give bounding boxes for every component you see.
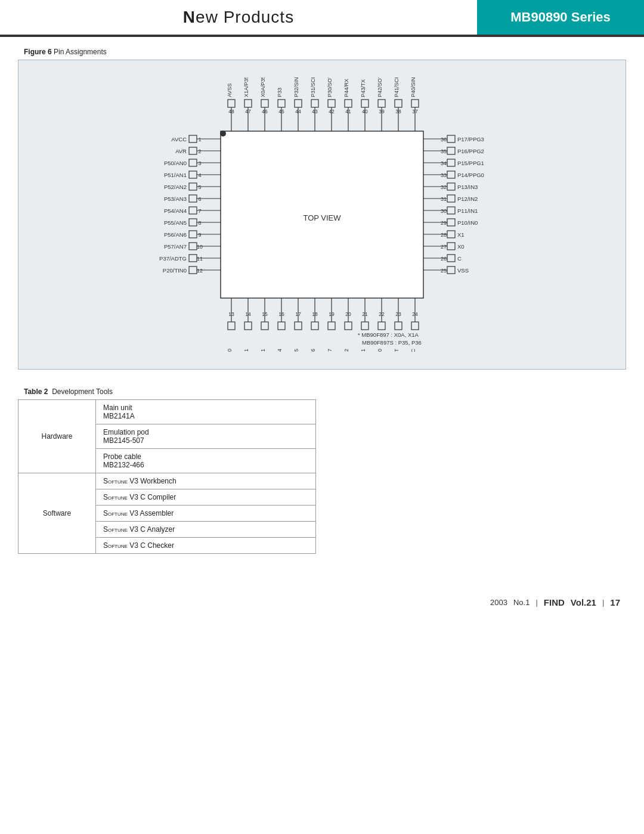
svg-text:9: 9 <box>198 232 201 238</box>
svg-text:P52/AN2: P52/AN2 <box>164 184 187 190</box>
svg-text:36: 36 <box>441 137 447 142</box>
svg-text:46: 46 <box>262 108 268 114</box>
svg-text:18: 18 <box>312 311 318 317</box>
svg-rect-40 <box>189 243 197 250</box>
svg-text:26: 26 <box>441 256 447 262</box>
svg-text:23: 23 <box>395 311 401 317</box>
hw-item3-line1: Probe cable <box>103 452 308 461</box>
svg-text:P51/AN1: P51/AN1 <box>164 172 187 178</box>
svg-text:39: 39 <box>379 108 385 114</box>
svg-rect-112 <box>278 100 285 107</box>
svg-text:MD0: MD0 <box>377 349 383 352</box>
svg-text:P42/SOT1: P42/SOT1 <box>377 77 383 97</box>
svg-rect-24 <box>189 195 197 202</box>
svg-rect-12 <box>189 159 197 166</box>
svg-text:29: 29 <box>441 220 447 226</box>
svg-rect-156 <box>261 322 268 330</box>
svg-text:MB90F897S : P35,  P36: MB90F897S : P35, P36 <box>362 339 422 346</box>
sw-item-5: Softune V3 C Checker <box>96 538 316 554</box>
hardware-category: Hardware <box>18 400 96 473</box>
svg-text:TOP VIEW: TOP VIEW <box>303 213 341 222</box>
svg-text:25: 25 <box>441 268 447 274</box>
svg-rect-192 <box>411 322 419 330</box>
hw-item3-line2: MB2132-466 <box>103 461 308 469</box>
table-row: Hardware Main unit MB2141A <box>18 400 316 424</box>
svg-rect-188 <box>395 322 402 330</box>
table-row: Software Softune V3 Workbench <box>18 473 316 489</box>
svg-text:X1A/P35*: X1A/P35* <box>243 77 249 97</box>
svg-text:37: 37 <box>412 108 418 114</box>
svg-text:P27/INT7: P27/INT7 <box>327 349 333 352</box>
svg-rect-80 <box>447 219 455 226</box>
svg-rect-172 <box>328 322 335 330</box>
svg-text:P10/IN0: P10/IN0 <box>457 219 478 226</box>
svg-text:P22/TIN1: P22/TIN1 <box>243 349 249 352</box>
svg-text:16: 16 <box>278 311 284 317</box>
svg-text:P13/IN3: P13/IN3 <box>457 184 478 190</box>
svg-rect-104 <box>244 100 252 107</box>
svg-rect-4 <box>189 135 197 142</box>
svg-text:P21/TOT0: P21/TOT0 <box>227 349 233 352</box>
svg-text:5: 5 <box>198 184 201 190</box>
svg-text:P53/AN3: P53/AN3 <box>164 196 187 202</box>
svg-text:P43/TX: P43/TX <box>360 79 366 97</box>
svg-rect-176 <box>345 322 352 330</box>
svg-text:MD2: MD2 <box>343 349 349 352</box>
svg-text:41: 41 <box>345 108 351 114</box>
svg-text:42: 42 <box>329 108 335 114</box>
hardware-item-2: Emulation pod MB2145-507 <box>96 424 316 449</box>
svg-text:P32/SIN0: P32/SIN0 <box>293 77 299 97</box>
svg-text:P54/AN4: P54/AN4 <box>164 207 187 214</box>
svg-text:7: 7 <box>198 208 201 214</box>
svg-rect-52 <box>447 135 455 142</box>
svg-text:3: 3 <box>198 160 201 166</box>
svg-rect-160 <box>278 322 285 330</box>
svg-text:17: 17 <box>295 311 301 317</box>
svg-rect-148 <box>228 322 235 330</box>
svg-rect-88 <box>447 243 455 250</box>
header-series: MB90890 Series <box>477 0 644 35</box>
svg-text:12: 12 <box>197 268 203 274</box>
svg-rect-28 <box>189 207 197 214</box>
svg-text:X0: X0 <box>457 243 465 250</box>
svg-text:47: 47 <box>245 108 251 114</box>
svg-rect-184 <box>378 322 385 330</box>
svg-rect-116 <box>295 100 302 107</box>
svg-rect-136 <box>378 100 385 107</box>
svg-text:10: 10 <box>197 244 203 250</box>
footer-year: 2003 <box>490 598 507 607</box>
svg-text:30: 30 <box>441 208 447 214</box>
svg-text:13: 13 <box>228 311 234 317</box>
svg-text:P17/PPG3: P17/PPG3 <box>457 136 484 142</box>
svg-rect-120 <box>311 100 318 107</box>
svg-text:P37/ADTG: P37/ADTG <box>159 255 187 262</box>
svg-text:P23/TOT1: P23/TOT1 <box>260 349 266 352</box>
hw-item2-line1: Emulation pod <box>103 428 308 436</box>
svg-text:31: 31 <box>441 196 447 202</box>
svg-text:VSS: VSS <box>457 267 469 274</box>
svg-text:1: 1 <box>198 137 201 142</box>
figure6-label: Figure 6 Pin Assignments <box>24 48 644 56</box>
svg-text:34: 34 <box>441 160 447 166</box>
svg-text:P15/PPG1: P15/PPG1 <box>457 160 484 166</box>
svg-text:32: 32 <box>441 184 447 190</box>
svg-text:6: 6 <box>198 196 201 202</box>
svg-text:24: 24 <box>412 311 418 317</box>
svg-text:P20/TIN0: P20/TIN0 <box>163 267 187 274</box>
svg-text:P25/INT5: P25/INT5 <box>293 349 299 352</box>
svg-text:AVCC: AVCC <box>171 136 187 142</box>
svg-rect-8 <box>189 147 197 154</box>
svg-text:VCC: VCC <box>410 349 416 352</box>
svg-rect-144 <box>411 100 419 107</box>
svg-text:14: 14 <box>245 311 251 317</box>
hardware-item-1: Main unit MB2141A <box>96 400 316 424</box>
svg-rect-72 <box>447 195 455 202</box>
software-category: Software <box>18 473 96 554</box>
hw-item2-line2: MB2145-507 <box>103 436 308 445</box>
header-bold-n: N <box>183 8 196 27</box>
svg-text:AVSS: AVSS <box>227 83 233 97</box>
sw-item-2: Softune V3 C Compiler <box>96 489 316 506</box>
top-rule <box>0 36 644 37</box>
svg-text:40: 40 <box>362 108 368 114</box>
svg-text:P16/PPG2: P16/PPG2 <box>457 148 484 154</box>
